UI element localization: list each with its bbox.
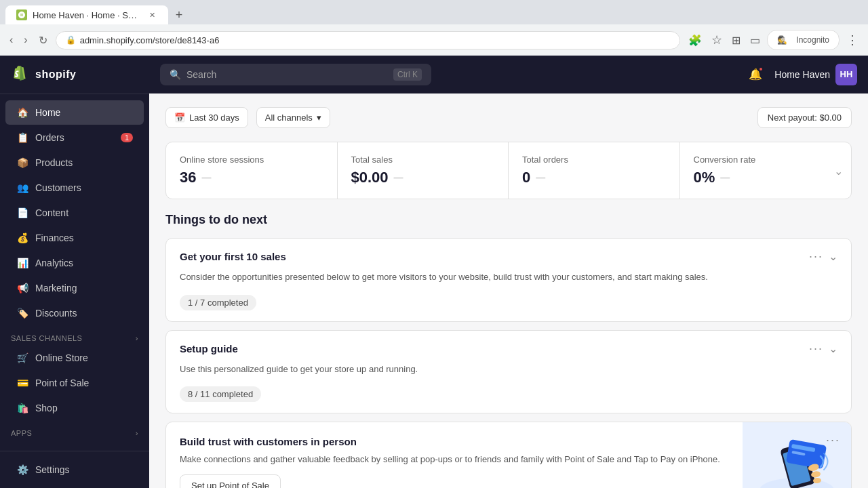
task-card-actions: ··· ⌄ xyxy=(809,342,837,356)
stat-orders-value: 0 — xyxy=(522,169,666,186)
refresh-button[interactable]: ↻ xyxy=(36,31,50,49)
products-icon: 📦 xyxy=(16,157,28,169)
task-card-actions: ··· ⌄ xyxy=(809,249,837,264)
sidebar-item-shop[interactable]: 🛍️ Shop xyxy=(5,396,144,420)
sidebar-item-online-store[interactable]: 🛒 Online Store xyxy=(5,346,144,370)
stat-orders: Total orders 0 — xyxy=(509,142,680,199)
apps-expand-icon[interactable]: › xyxy=(136,429,138,437)
notification-dot xyxy=(758,66,764,72)
sidebar-item-label: Point of Sale xyxy=(35,378,89,388)
apps-section: Apps › xyxy=(0,421,149,440)
date-filter-button[interactable]: 📅 Last 30 days xyxy=(165,107,248,128)
task-card-title: Get your first 10 sales xyxy=(180,251,286,262)
browser-chrome: Home Haven · Home · Shopify ✕ + xyxy=(0,0,868,24)
stat-sales-value: $0.00 — xyxy=(351,169,495,186)
search-placeholder: Search xyxy=(186,69,216,80)
forward-button[interactable]: › xyxy=(21,31,30,49)
sidebar-item-marketing[interactable]: 📢 Marketing xyxy=(5,276,144,300)
task-card-header: Get your first 10 sales ··· ⌄ xyxy=(166,239,851,270)
stat-sales: Total sales $0.00 — xyxy=(338,142,509,199)
browser-menu-icon[interactable]: ⋮ xyxy=(844,30,861,50)
chevron-down-icon: ▾ xyxy=(317,113,321,123)
extension-icon[interactable]: 🧩 xyxy=(686,31,705,49)
stat-dash: — xyxy=(394,172,403,183)
sidebar-item-settings[interactable]: ⚙️ Settings xyxy=(5,458,144,482)
sidebar-item-discounts[interactable]: 🏷️ Discounts xyxy=(5,301,144,325)
sidebar-item-label: Online Store xyxy=(35,352,88,363)
tab-menu-icon[interactable]: ⊞ xyxy=(729,31,743,49)
stats-expand-button[interactable]: ⌄ xyxy=(834,164,843,177)
browser-toolbar: ‹ › ↻ 🔒 admin.shopify.com/store/de8143-a… xyxy=(0,24,868,56)
sidebar-item-label: Analytics xyxy=(35,258,73,268)
sidebar-item-label: Shop xyxy=(35,403,58,413)
back-button[interactable]: ‹ xyxy=(7,31,16,49)
url-text: admin.shopify.com/store/de8143-a6 xyxy=(80,35,220,45)
sales-channels-expand-icon[interactable]: › xyxy=(136,334,138,342)
stat-conversion: Conversion rate 0% — ⌄ xyxy=(680,142,852,199)
sidebar-item-label: Discounts xyxy=(35,308,77,319)
analytics-icon: 📊 xyxy=(16,257,28,269)
payout-label: Next payout: $0.00 xyxy=(768,113,842,123)
sidebar-item-point-of-sale[interactable]: 💳 Point of Sale xyxy=(5,371,144,395)
sidebar-item-finances[interactable]: 💰 Finances xyxy=(5,226,144,250)
logo-text: shopify xyxy=(35,68,76,81)
store-avatar: HH xyxy=(835,64,857,85)
apps-label: Apps xyxy=(11,429,32,437)
sidebar-bottom: ⚙️ Settings xyxy=(0,451,149,488)
main-content: 📅 Last 30 days All channels ▾ Next payou… xyxy=(149,94,868,488)
task-card-expand-button[interactable]: ⌄ xyxy=(829,250,837,263)
sidebar: shopify 🏠 Home 📋 Orders 1 📦 Products � xyxy=(0,56,149,488)
notifications-button[interactable]: 🔔 xyxy=(745,64,766,85)
build-trust-card: Build trust with customers in person Mak… xyxy=(165,422,852,488)
store-badge[interactable]: Home Haven HH xyxy=(774,64,857,85)
setup-pos-button[interactable]: Set up Point of Sale xyxy=(180,474,281,489)
customers-icon: 👥 xyxy=(16,182,28,194)
sidebar-item-orders[interactable]: 📋 Orders 1 xyxy=(5,125,144,150)
task-progress-badge: 8 / 11 completed xyxy=(180,386,261,402)
channel-filter-button[interactable]: All channels ▾ xyxy=(256,107,330,128)
settings-icon: ⚙️ xyxy=(16,464,28,476)
sidebar-item-content[interactable]: 📄 Content xyxy=(5,201,144,225)
sidebar-nav: 🏠 Home 📋 Orders 1 📦 Products 👥 Customers xyxy=(0,94,149,451)
task-card-title: Setup guide xyxy=(180,343,238,354)
build-trust-menu-button[interactable]: ··· xyxy=(826,433,840,447)
toolbar-actions: 🧩 ☆ ⊞ ▭ 🕵 Incognito ⋮ xyxy=(686,30,861,50)
address-bar[interactable]: 🔒 admin.shopify.com/store/de8143-a6 xyxy=(56,31,681,49)
online-store-icon: 🛒 xyxy=(16,352,28,364)
build-trust-title: Build trust with customers in person xyxy=(180,436,729,447)
bookmark-icon[interactable]: ☆ xyxy=(709,30,725,50)
tab-title: Home Haven · Home · Shopify xyxy=(33,10,141,20)
stat-orders-label: Total orders xyxy=(522,155,666,165)
stat-dash: — xyxy=(536,172,545,183)
new-tab-button[interactable]: + xyxy=(170,5,189,24)
shop-icon: 🛍️ xyxy=(16,402,28,414)
task-card-expand-button[interactable]: ⌄ xyxy=(829,342,837,355)
sidebar-item-label: Customers xyxy=(35,182,81,193)
stat-conversion-label: Conversion rate xyxy=(694,155,838,165)
stat-sessions: Online store sessions 36 — xyxy=(166,142,338,199)
task-progress-badge: 1 / 7 completed xyxy=(180,295,256,310)
sidebar-item-label: Products xyxy=(35,157,73,168)
sidebar-item-home[interactable]: 🏠 Home xyxy=(5,100,144,125)
sidebar-item-products[interactable]: 📦 Products xyxy=(5,150,144,175)
active-tab[interactable]: Home Haven · Home · Shopify ✕ xyxy=(5,5,168,24)
build-trust-image xyxy=(743,422,851,488)
search-bar[interactable]: 🔍 Search Ctrl K xyxy=(160,64,431,85)
topbar: 🔍 Search Ctrl K 🔔 Home Haven HH xyxy=(149,56,868,94)
stat-dash: — xyxy=(720,172,730,183)
orders-badge: 1 xyxy=(121,133,133,142)
sidebar-item-customers[interactable]: 👥 Customers xyxy=(5,176,144,200)
tab-close-button[interactable]: ✕ xyxy=(146,9,157,20)
lock-icon: 🔒 xyxy=(66,35,76,45)
task-card-menu-button[interactable]: ··· xyxy=(809,342,823,356)
sidebar-item-analytics[interactable]: 📊 Analytics xyxy=(5,251,144,275)
search-shortcut: Ctrl K xyxy=(393,68,422,81)
incognito-label: Incognito xyxy=(793,33,832,47)
sidebar-toggle-icon[interactable]: ▭ xyxy=(747,31,763,49)
channel-filter-label: All channels xyxy=(265,113,313,123)
topbar-actions: 🔔 Home Haven HH xyxy=(745,64,857,85)
payout-info: Next payout: $0.00 xyxy=(757,107,852,128)
sidebar-item-label: Marketing xyxy=(35,283,77,293)
sidebar-item-label: Settings xyxy=(35,464,70,475)
task-card-menu-button[interactable]: ··· xyxy=(809,249,823,264)
